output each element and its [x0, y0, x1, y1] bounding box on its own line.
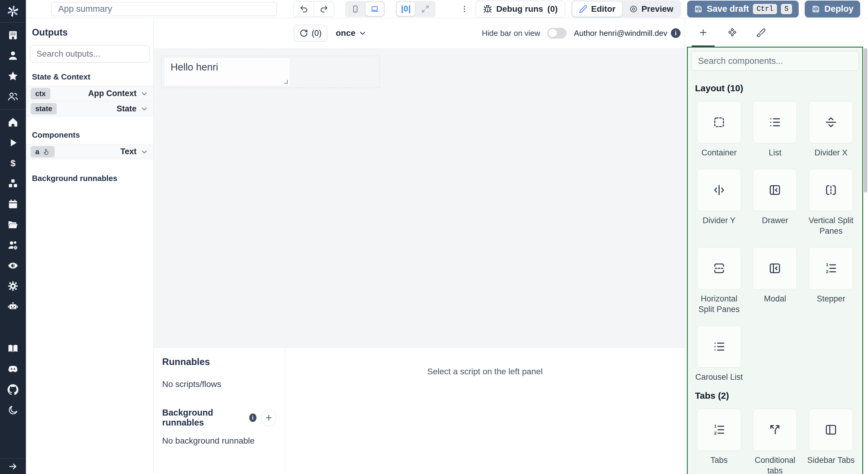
component-grid: 12TabsConditional tabsSidebar TabsInvisi… [692, 409, 858, 474]
component-item: Container [692, 101, 746, 158]
tab-styling[interactable] [747, 18, 775, 47]
component-sections: Layout (10)ContainerListDivider XDivider… [688, 74, 862, 474]
runnables-panel: Runnables No scripts/flows Background ru… [154, 347, 685, 474]
sidebar-item-variables[interactable]: $ [6, 157, 20, 170]
undo-button[interactable] [293, 1, 314, 17]
save-icon [694, 4, 703, 13]
component-card-drawer[interactable] [753, 169, 797, 211]
component-a-value: Text [120, 147, 136, 156]
component-card-stepper[interactable]: 12 [809, 247, 853, 290]
sidebar-item-github[interactable] [6, 383, 20, 396]
text-component[interactable]: Hello henri [164, 58, 290, 86]
sidebar-item-docs[interactable] [6, 342, 20, 356]
component-section-title: Layout (10) [695, 83, 858, 93]
tab-editor[interactable]: Editor [572, 1, 622, 16]
component-label: Divider X [814, 147, 847, 158]
windmill-logo[interactable] [0, 0, 26, 22]
component-a-badge: a [31, 146, 55, 158]
refresh-button[interactable]: (0) [294, 25, 327, 41]
sidebar-item-runs[interactable] [6, 136, 20, 149]
deploy-button[interactable]: Deploy [805, 1, 860, 18]
refresh-mode-dropdown[interactable]: once [336, 28, 367, 38]
component-card-horizontal-split[interactable] [697, 247, 741, 290]
dollar-icon: $ [7, 158, 19, 169]
component-card-divider-x[interactable] [809, 101, 853, 143]
search-components-input[interactable] [691, 51, 859, 71]
component-item: Conditional tabs [749, 409, 802, 474]
output-row-component-a[interactable]: a Text [26, 144, 153, 159]
sidebar-item-resources[interactable] [6, 177, 20, 190]
pencil-icon [579, 5, 587, 13]
sidebar-item-workspace[interactable] [6, 29, 20, 42]
carousel-list-icon [712, 340, 726, 353]
info-icon[interactable]: i [249, 413, 256, 422]
debug-runs-label: Debug runs [496, 4, 544, 14]
chevron-down-icon[interactable] [140, 104, 149, 113]
component-label: Carousel List [695, 372, 743, 382]
sidebar-item-groups[interactable] [6, 90, 20, 103]
chevron-down-icon[interactable] [140, 90, 149, 98]
info-icon[interactable]: i [671, 28, 681, 38]
sidebar-item-home[interactable] [6, 116, 20, 129]
users-gear-icon [7, 239, 19, 251]
sidebar-item-dark-mode[interactable] [6, 404, 20, 417]
sidebar-item-favorites[interactable] [6, 70, 20, 83]
desktop-view-button[interactable] [366, 2, 384, 16]
divider-y-icon [712, 183, 726, 197]
mobile-view-button[interactable] [346, 2, 364, 16]
github-icon [7, 384, 19, 396]
sidebar-item-schedules[interactable] [6, 198, 20, 211]
redo-button[interactable] [314, 1, 334, 17]
canvas-area: (0) once Hide bar on view Author henri@w… [154, 18, 685, 474]
eye-icon [7, 260, 19, 271]
scrollbar-thumb[interactable] [864, 48, 867, 193]
component-item: 12Stepper [804, 247, 858, 315]
search-outputs-input[interactable] [30, 45, 150, 63]
component-item: Modal [749, 247, 802, 315]
hand-pointer-icon [42, 148, 50, 156]
tab-component-settings[interactable] [718, 18, 747, 47]
sidebar-item-ai[interactable] [6, 300, 20, 313]
book-icon [7, 343, 19, 354]
sidebar-item-audit-logs[interactable] [6, 259, 20, 272]
component-card-container[interactable] [697, 101, 741, 143]
component-card-carousel-list[interactable] [697, 326, 741, 368]
tab-preview[interactable]: Preview [623, 1, 680, 16]
more-menu-button[interactable] [459, 2, 470, 16]
sidebar-item-folders[interactable] [6, 218, 20, 231]
center-align-button[interactable]: |0| [397, 2, 415, 16]
component-card-vertical-split[interactable] [809, 169, 853, 211]
sidebar-item-discord[interactable] [6, 363, 20, 376]
resize-handle[interactable] [284, 80, 288, 84]
component-card-modal[interactable] [753, 247, 797, 290]
chevron-down-icon[interactable] [140, 147, 149, 156]
device-toggle [345, 1, 385, 17]
app-canvas[interactable]: Hello henri [154, 48, 685, 347]
sidebar-item-user[interactable] [6, 49, 20, 62]
save-draft-button[interactable]: Save draft Ctrl S [687, 1, 799, 18]
component-library: Layout (10)ContainerListDivider XDivider… [687, 47, 863, 474]
hide-bar-toggle[interactable] [547, 28, 567, 39]
add-background-runnable-button[interactable] [261, 409, 276, 427]
component-label: Horizontal Split Panes [692, 294, 746, 315]
component-card-divider-y[interactable] [697, 169, 741, 211]
drawer-icon [768, 183, 782, 197]
component-card-tabs[interactable]: 12 [697, 409, 741, 451]
fullscreen-button[interactable] [416, 2, 434, 16]
component-card-sidebar-tabs[interactable] [809, 409, 853, 451]
output-row-ctx[interactable]: ctx App Context [26, 86, 153, 101]
hide-bar-label: Hide bar on view [482, 29, 540, 38]
horizontal-split-icon [712, 261, 726, 275]
divider-x-icon [824, 115, 838, 129]
laptop-icon [370, 5, 379, 13]
debug-runs-button[interactable]: Debug runs (0) [475, 1, 565, 18]
rail-group-main: $ [0, 110, 26, 319]
sidebar-item-workers[interactable] [6, 238, 20, 252]
output-row-state[interactable]: state State [26, 101, 153, 116]
sidebar-item-settings[interactable] [6, 279, 20, 293]
tab-insert-component[interactable] [689, 18, 718, 47]
sidebar-expand-button[interactable] [0, 458, 26, 474]
component-card-list[interactable] [753, 101, 797, 143]
app-summary-input[interactable] [51, 2, 277, 16]
component-card-conditional-tabs[interactable] [753, 409, 797, 451]
